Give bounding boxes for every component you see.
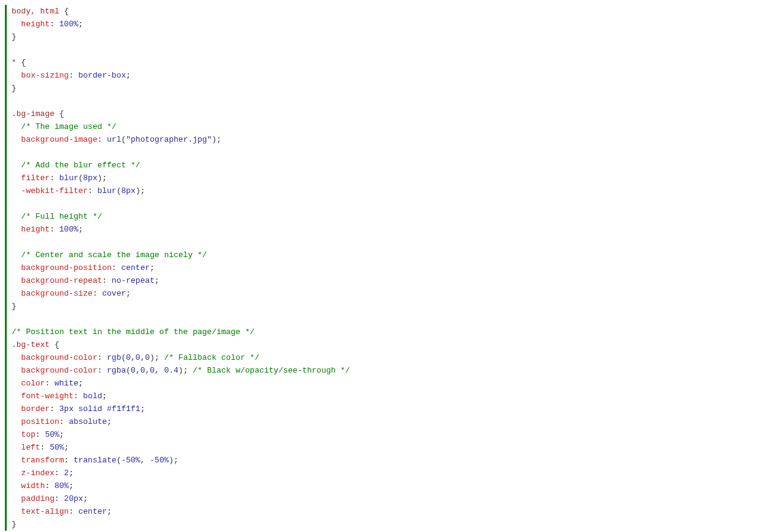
- code-line[interactable]: background-size: cover;: [12, 287, 778, 300]
- code-line[interactable]: height: 100%;: [12, 18, 778, 31]
- code-line[interactable]: }: [12, 300, 778, 313]
- code-token: [12, 481, 21, 490]
- code-line[interactable]: box-sizing: border-box;: [12, 69, 778, 82]
- code-line[interactable]: /* Center and scale the image nicely */: [12, 249, 778, 261]
- code-token: :: [69, 507, 79, 516]
- code-token: height: [21, 20, 50, 29]
- code-token: [12, 276, 21, 285]
- code-token: [12, 250, 21, 260]
- code-token: );: [136, 186, 145, 195]
- code-line[interactable]: text-align: center;: [12, 505, 778, 518]
- code-line[interactable]: }: [12, 518, 778, 531]
- code-token: /* The image used */: [21, 122, 117, 131]
- code-token: :: [45, 379, 55, 388]
- code-token: /* Black w/opacity/see-through */: [193, 366, 350, 375]
- code-token: "photographer.jpg": [126, 135, 211, 144]
- code-line[interactable]: * {: [12, 56, 778, 69]
- code-token: rgb: [107, 353, 121, 362]
- code-token: [12, 353, 21, 362]
- code-token: :: [93, 289, 103, 298]
- code-line[interactable]: /* The image used */: [12, 120, 778, 133]
- code-line[interactable]: [12, 43, 778, 56]
- code-line[interactable]: filter: blur(8px);: [12, 172, 778, 184]
- code-token: 80%: [54, 481, 68, 490]
- code-line[interactable]: -webkit-filter: blur(8px);: [12, 184, 778, 197]
- code-token: {: [59, 7, 69, 16]
- code-token: 8px: [121, 186, 135, 195]
- code-token: (: [78, 173, 83, 183]
- code-token: no-repeat: [112, 276, 155, 285]
- code-token: :: [97, 366, 107, 375]
- code-token: ;: [140, 404, 145, 414]
- code-line[interactable]: height: 100%;: [12, 223, 778, 236]
- code-token: -50%, -50%: [121, 456, 169, 465]
- code-line[interactable]: [12, 95, 778, 107]
- code-line[interactable]: background-color: rgba(0,0,0, 0.4); /* B…: [12, 364, 778, 377]
- code-line[interactable]: /* Add the blur effect */: [12, 159, 778, 172]
- code-line[interactable]: .bg-image {: [12, 107, 778, 120]
- code-line[interactable]: border: 3px solid #f1f1f1;: [12, 403, 778, 415]
- code-token: border: [21, 404, 50, 414]
- code-line[interactable]: transform: translate(-50%, -50%);: [12, 454, 778, 467]
- code-token: [12, 417, 21, 426]
- code-token: );: [97, 173, 107, 183]
- code-line[interactable]: }: [12, 31, 778, 43]
- code-token: font-weight: [21, 392, 74, 401]
- code-token: :: [49, 404, 59, 414]
- css-code-block[interactable]: body, html { height: 100%;} * { box-sizi…: [5, 5, 778, 531]
- code-line[interactable]: [12, 236, 778, 249]
- code-line[interactable]: color: white;: [12, 377, 778, 390]
- code-line[interactable]: }: [12, 82, 778, 95]
- code-token: [12, 494, 21, 503]
- code-line[interactable]: body, html {: [12, 5, 778, 18]
- code-line[interactable]: [12, 313, 778, 326]
- code-token: [12, 366, 21, 375]
- code-token: /* Add the blur effect */: [21, 161, 140, 170]
- code-token: [12, 161, 21, 170]
- code-token: /* Position text in the middle of the pa…: [12, 327, 255, 337]
- code-token: background-color: [21, 353, 98, 362]
- code-line[interactable]: .bg-text {: [12, 338, 778, 351]
- code-line[interactable]: font-weight: bold;: [12, 390, 778, 403]
- code-token: [12, 392, 21, 401]
- code-token: [12, 263, 21, 272]
- code-token: 50%: [45, 430, 59, 439]
- code-token: .bg-image: [12, 109, 54, 118]
- code-token: ;: [59, 430, 64, 439]
- code-token: [12, 225, 21, 234]
- code-token: );: [212, 135, 222, 144]
- code-line[interactable]: background-repeat: no-repeat;: [12, 274, 778, 287]
- code-line[interactable]: [12, 197, 778, 210]
- code-line[interactable]: background-color: rgb(0,0,0); /* Fallbac…: [12, 351, 778, 364]
- code-token: left: [21, 443, 40, 452]
- code-token: [12, 173, 21, 183]
- code-token: *: [12, 58, 16, 67]
- code-token: :: [49, 225, 59, 234]
- code-line[interactable]: /* Full height */: [12, 210, 778, 223]
- code-token: }: [12, 302, 16, 311]
- code-token: 0,0,0: [126, 353, 150, 362]
- code-token: :: [64, 456, 74, 465]
- code-token: 2: [64, 468, 69, 478]
- code-line[interactable]: position: absolute;: [12, 415, 778, 428]
- code-token: 20px: [64, 494, 83, 503]
- code-token: (: [126, 366, 131, 375]
- code-line[interactable]: background-position: center;: [12, 261, 778, 274]
- code-token: /* Fallback color */: [164, 353, 260, 362]
- code-line[interactable]: background-image: url("photographer.jpg"…: [12, 133, 778, 146]
- code-token: :: [49, 173, 59, 183]
- code-token: [12, 404, 21, 414]
- code-line[interactable]: top: 50%;: [12, 428, 778, 441]
- code-token: [12, 443, 21, 452]
- code-token: [12, 186, 21, 195]
- code-line[interactable]: [12, 146, 778, 159]
- code-token: center: [78, 507, 107, 516]
- code-line[interactable]: width: 80%;: [12, 479, 778, 492]
- code-line[interactable]: z-index: 2;: [12, 467, 778, 479]
- code-line[interactable]: left: 50%;: [12, 441, 778, 454]
- code-line[interactable]: padding: 20px;: [12, 492, 778, 505]
- code-token: ;: [102, 392, 107, 401]
- code-token: :: [49, 20, 59, 29]
- code-token: );: [178, 366, 192, 375]
- code-line[interactable]: /* Position text in the middle of the pa…: [12, 326, 778, 338]
